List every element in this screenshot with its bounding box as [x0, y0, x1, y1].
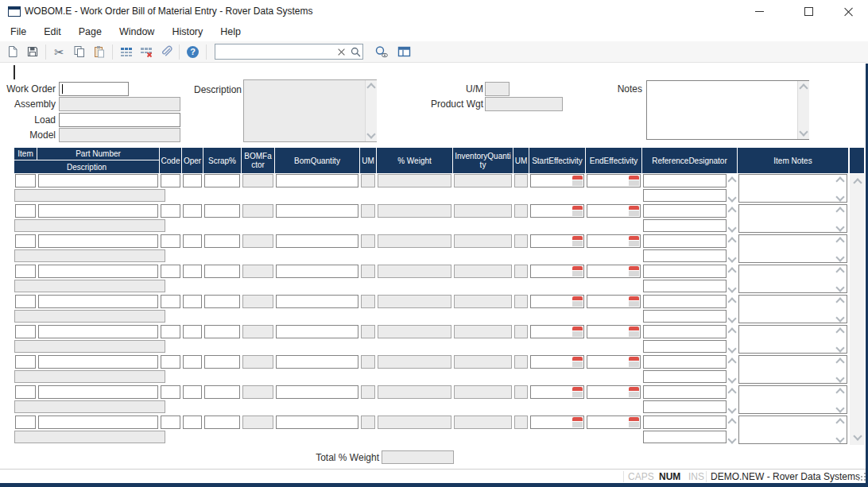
grid-end-effectivity-input[interactable]: [587, 204, 641, 218]
description-scrollbar[interactable]: [365, 80, 377, 141]
cut-button[interactable]: ✂: [49, 42, 69, 61]
grid-end-effectivity-input[interactable]: [587, 234, 641, 248]
grid-item-notes-input[interactable]: [738, 355, 847, 384]
grid-start-effectivity-input[interactable]: [530, 325, 584, 338]
grid-vertical-scrollbar[interactable]: [850, 174, 864, 445]
paste-button[interactable]: [89, 42, 109, 61]
work-order-input[interactable]: [59, 82, 129, 96]
grid-end-effectivity-input[interactable]: [587, 174, 641, 187]
grid-reference-designator-input[interactable]: [643, 370, 727, 383]
scroll-up-icon[interactable]: [727, 237, 736, 245]
grid-oper-input[interactable]: [183, 234, 202, 248]
grid-part-number-input[interactable]: [38, 355, 158, 369]
grid-oper-input[interactable]: [183, 295, 202, 308]
grid-code-input[interactable]: [161, 325, 180, 338]
grid-item-input[interactable]: [15, 325, 36, 338]
calendar-icon[interactable]: [629, 176, 639, 186]
grid-bom-quantity-input[interactable]: [276, 385, 358, 399]
grid-item-notes-input[interactable]: [738, 234, 847, 263]
calendar-icon[interactable]: [572, 266, 583, 276]
attachment-button[interactable]: [156, 42, 176, 61]
grid-reference-designator-input[interactable]: [643, 431, 727, 443]
calendar-icon[interactable]: [629, 357, 639, 367]
grid-item-input[interactable]: [15, 234, 36, 248]
grid-reference-designator-input[interactable]: [643, 385, 727, 399]
grid-scrap-input[interactable]: [204, 265, 240, 278]
calendar-icon[interactable]: [572, 236, 583, 246]
grid-reference-designator-input[interactable]: [643, 355, 727, 369]
calendar-icon[interactable]: [572, 357, 583, 367]
grid-scrap-input[interactable]: [204, 325, 240, 338]
grid-code-input[interactable]: [161, 174, 180, 187]
menu-page[interactable]: Page: [70, 23, 110, 41]
search-input[interactable]: [215, 46, 335, 57]
grid-part-number-input[interactable]: [38, 234, 158, 248]
grid-item-input[interactable]: [15, 265, 36, 278]
grid-scrap-input[interactable]: [204, 355, 240, 369]
grid-reference-designator-input[interactable]: [643, 265, 727, 278]
insert-row-button[interactable]: [116, 42, 136, 61]
grid-reference-designator-input[interactable]: [643, 189, 727, 202]
grid-scrap-input[interactable]: [204, 204, 240, 218]
scroll-up-icon[interactable]: [727, 358, 736, 366]
scroll-down-icon[interactable]: [727, 223, 736, 232]
grid-bom-quantity-input[interactable]: [276, 355, 358, 369]
grid-scrap-input[interactable]: [204, 415, 240, 429]
grid-code-input[interactable]: [161, 415, 180, 429]
grid-oper-input[interactable]: [183, 265, 202, 278]
grid-bom-quantity-input[interactable]: [276, 325, 358, 338]
lookup-button[interactable]: [371, 42, 391, 61]
grid-start-effectivity-input[interactable]: [530, 385, 584, 399]
new-document-button[interactable]: [2, 42, 22, 61]
grid-start-effectivity-input[interactable]: [530, 204, 584, 218]
grid-item-notes-input[interactable]: [738, 174, 847, 203]
grid-scrap-input[interactable]: [204, 234, 240, 248]
grid-code-input[interactable]: [161, 295, 180, 308]
clear-search-icon[interactable]: [338, 48, 345, 56]
grid-start-effectivity-input[interactable]: [530, 355, 584, 369]
scroll-down-icon[interactable]: [727, 193, 736, 202]
close-button[interactable]: [833, 0, 863, 22]
notes-textarea[interactable]: [646, 80, 809, 140]
copy-button[interactable]: [69, 42, 89, 61]
calendar-icon[interactable]: [572, 296, 583, 307]
calendar-icon[interactable]: [572, 206, 583, 216]
minimize-button[interactable]: [744, 0, 774, 22]
grid-part-number-input[interactable]: [38, 415, 158, 429]
grid-item-notes-input[interactable]: [738, 325, 847, 354]
calendar-icon[interactable]: [629, 296, 639, 307]
grid-code-input[interactable]: [161, 204, 180, 218]
grid-reference-designator-input[interactable]: [643, 234, 727, 248]
grid-item-notes-input[interactable]: [738, 204, 847, 233]
grid-start-effectivity-input[interactable]: [530, 174, 584, 187]
grid-end-effectivity-input[interactable]: [587, 415, 641, 429]
grid-bom-quantity-input[interactable]: [276, 415, 358, 429]
grid-start-effectivity-input[interactable]: [530, 295, 584, 308]
grid-part-number-input[interactable]: [38, 385, 158, 399]
menu-history[interactable]: History: [163, 23, 211, 41]
resize-grip[interactable]: [857, 472, 866, 481]
grid-oper-input[interactable]: [183, 325, 202, 338]
grid-scrap-input[interactable]: [204, 174, 240, 187]
grid-reference-designator-input[interactable]: [643, 280, 727, 292]
calendar-icon[interactable]: [629, 387, 639, 397]
grid-code-input[interactable]: [161, 234, 180, 248]
grid-end-effectivity-input[interactable]: [587, 265, 641, 278]
notes-scrollbar[interactable]: [797, 81, 809, 139]
grid-item-notes-input[interactable]: [738, 385, 847, 414]
scroll-down-icon[interactable]: [727, 314, 736, 323]
grid-bom-quantity-input[interactable]: [276, 295, 358, 308]
scroll-up-icon[interactable]: [727, 297, 736, 306]
grid-reference-designator-input[interactable]: [643, 219, 727, 232]
grid-reference-designator-input[interactable]: [643, 204, 727, 218]
calendar-icon[interactable]: [572, 417, 583, 427]
table-view-button[interactable]: [394, 42, 414, 61]
save-button[interactable]: [22, 42, 42, 61]
grid-item-input[interactable]: [15, 385, 36, 399]
grid-scrap-input[interactable]: [204, 385, 240, 399]
grid-reference-designator-input[interactable]: [643, 295, 727, 308]
grid-end-effectivity-input[interactable]: [587, 325, 641, 338]
grid-end-effectivity-input[interactable]: [587, 385, 641, 399]
grid-part-number-input[interactable]: [38, 295, 158, 308]
scroll-down-icon[interactable]: [727, 374, 736, 383]
